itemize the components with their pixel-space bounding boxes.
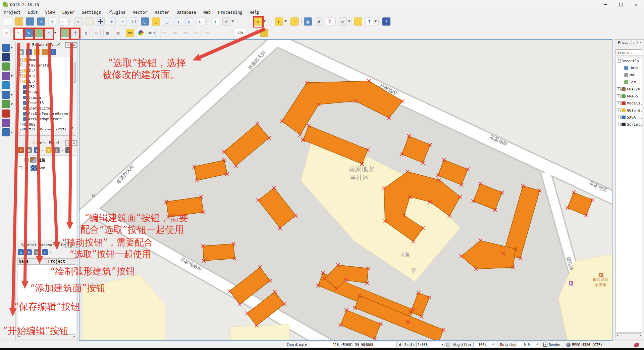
- browser-item-tile-server-xyz-[interactable]: −Tile Server (XYZ): [17, 127, 76, 130]
- composer-manager-button[interactable]: c: [59, 17, 67, 26]
- run-feature-action-dropdown-icon[interactable]: [231, 20, 234, 22]
- toggle-editing-button[interactable]: ✎: [15, 29, 23, 37]
- save-layer-edits-button[interactable]: ✎: [25, 29, 33, 37]
- circle-tools-button[interactable]: [2, 91, 10, 99]
- run-feature-action-button[interactable]: ⊙: [222, 17, 230, 26]
- circular-string-dropdown-icon[interactable]: [54, 32, 57, 34]
- browser-hscrollbar[interactable]: [17, 131, 76, 136]
- render-checkbox[interactable]: ✕: [543, 343, 547, 347]
- zoom-to-bookmark-button[interactable]: ◎: [18, 249, 24, 255]
- map-tips-button[interactable]: [354, 17, 362, 26]
- processing-item-grass-[interactable]: +GRASS ..: [616, 93, 642, 100]
- processing-item-mul-[interactable]: Mul..: [616, 72, 642, 79]
- cut-features-button[interactable]: ✂: [93, 29, 101, 37]
- minimize-button[interactable]: [598, 0, 613, 9]
- digitize-nodes-tool-button[interactable]: [2, 44, 10, 52]
- statistical-summary-button[interactable]: Σ: [326, 17, 334, 26]
- tree-expander-icon[interactable]: +: [617, 123, 621, 126]
- text-annotation-dropdown-icon[interactable]: [374, 20, 377, 22]
- pan-map-button[interactable]: [86, 17, 94, 26]
- text-annotation-button[interactable]: T: [365, 17, 373, 26]
- browser-item-spatialite[interactable]: SpatiaLite: [17, 105, 76, 111]
- map-refresh-button[interactable]: ↻: [196, 17, 204, 26]
- lock-scale-icon[interactable]: [446, 343, 450, 347]
- selected-building[interactable]: [203, 244, 235, 261]
- tree-expander-icon[interactable]: −: [617, 59, 621, 63]
- layer-visibility-checkbox[interactable]: ✕: [24, 158, 29, 162]
- identify-features-button[interactable]: i: [211, 17, 219, 26]
- menu-view[interactable]: View: [41, 9, 58, 16]
- vertex-tools-button[interactable]: [2, 119, 10, 127]
- shape-tools-dropdown-icon[interactable]: [11, 75, 13, 77]
- browser-item-oracle[interactable]: Oracle: [17, 95, 76, 100]
- map-canvas[interactable]: 阜通西大街阜通西大街日花家地街花家地街花家地街花家地南街望花路花家地北里社区市第…: [79, 39, 612, 341]
- menu-project[interactable]: Project: [0, 9, 24, 16]
- zoom-to-layer-button[interactable]: ▢: [163, 17, 171, 26]
- copy-features-button[interactable]: ▣: [103, 29, 111, 37]
- new-project-button[interactable]: [4, 17, 12, 26]
- tree-expander-icon[interactable]: +: [19, 80, 22, 83]
- menu-edit[interactable]: Edit: [24, 9, 42, 16]
- delete-selected-button[interactable]: ▯: [82, 29, 90, 37]
- zoom-next-button[interactable]: ▸: [185, 17, 193, 26]
- current-edits-button[interactable]: ✎: [3, 29, 11, 37]
- processing-item-gdal-o-[interactable]: +GDAL/O..: [616, 86, 642, 93]
- float-panel-button[interactable]: ❏: [65, 140, 71, 146]
- cad-tools-button[interactable]: [2, 128, 10, 136]
- tree-expander-icon[interactable]: +: [617, 116, 621, 119]
- tree-expander-icon[interactable]: +: [19, 69, 22, 73]
- menu-web[interactable]: Web: [200, 9, 214, 16]
- filter-browser-button[interactable]: ▼: [34, 49, 40, 55]
- bookmarks-list[interactable]: [17, 264, 76, 334]
- layer-item-osm[interactable]: −✕osm: [17, 164, 76, 172]
- circular-string-button[interactable]: ∿: [45, 29, 53, 37]
- browser-item-favourites[interactable]: +☆Favourites: [17, 62, 76, 68]
- manage-layer-visibility-dropdown-icon[interactable]: ▾: [42, 149, 44, 152]
- zoom-out-button[interactable]: −: [119, 17, 127, 26]
- filter-legend-button[interactable]: ▼: [46, 147, 52, 153]
- shape-tools-button[interactable]: [2, 72, 10, 80]
- open-attribute-table-button[interactable]: ▤: [304, 17, 312, 26]
- float-panel-button[interactable]: ❏: [65, 243, 71, 248]
- menu-processing[interactable]: Processing: [214, 9, 246, 16]
- tree-expander-icon[interactable]: +: [617, 108, 621, 112]
- label-pin-button[interactable]: abc: [160, 29, 168, 37]
- crs-status[interactable]: EPSG:4326 (OTF): [572, 343, 602, 347]
- label-config-button[interactable]: ab c: [148, 29, 156, 37]
- label-pie-button[interactable]: [137, 29, 145, 37]
- select-features-button[interactable]: ↖: [254, 17, 262, 26]
- tree-expander-icon[interactable]: −: [19, 166, 22, 170]
- zoom-last-button[interactable]: ◂: [174, 17, 182, 26]
- close-panel-button[interactable]: ×: [71, 140, 77, 146]
- zoom-in-button[interactable]: +: [108, 17, 116, 26]
- browser-item-db2[interactable]: DB2: [17, 84, 76, 89]
- rotation-spinner[interactable]: 0.0: [518, 342, 540, 347]
- processing-item-unio-[interactable]: Unio..: [616, 64, 642, 72]
- move-feature-button[interactable]: [71, 29, 79, 37]
- measure-line-button[interactable]: ▭: [339, 17, 347, 26]
- open-layer-styling-button[interactable]: ✎: [18, 147, 24, 153]
- select-features-dropdown-icon[interactable]: [263, 20, 266, 22]
- measure-line-dropdown-icon[interactable]: [348, 20, 351, 22]
- help-button[interactable]: ?: [382, 17, 390, 26]
- bookmarks-col-name[interactable]: Name: [17, 259, 47, 265]
- tree-expander-icon[interactable]: −: [19, 128, 22, 130]
- layer-item-建筑[interactable]: ✕建筑: [17, 156, 76, 164]
- point-tools-button[interactable]: [2, 110, 10, 118]
- label-rotate-button[interactable]: abc: [193, 29, 201, 37]
- menu-database[interactable]: Database: [173, 9, 200, 16]
- tree-expander-icon[interactable]: +: [19, 63, 22, 67]
- processing-item-sin-[interactable]: Sin..: [616, 79, 642, 86]
- delete-bookmark-button[interactable]: −: [34, 249, 40, 255]
- browser-item-e-[interactable]: +E:/: [17, 79, 76, 84]
- freehand-draw-tool-button[interactable]: [2, 62, 10, 71]
- magnifier-spinner[interactable]: 100%: [473, 342, 496, 347]
- filter-by-expression-dropdown-icon[interactable]: ▾: [62, 149, 63, 152]
- filter-by-expression-button[interactable]: ε: [54, 147, 60, 153]
- processing-item-models-[interactable]: +Models..: [616, 100, 642, 107]
- browser-item-arcgisfeatureserver[interactable]: ArcGisFeatureServer: [17, 111, 76, 116]
- label-toolbar-button[interactable]: abc: [126, 29, 134, 37]
- processing-item-saga-[interactable]: +SAGA (..: [616, 114, 642, 121]
- menu-vector[interactable]: Vector: [129, 9, 151, 16]
- circle-tools-dropdown-icon[interactable]: [11, 94, 13, 96]
